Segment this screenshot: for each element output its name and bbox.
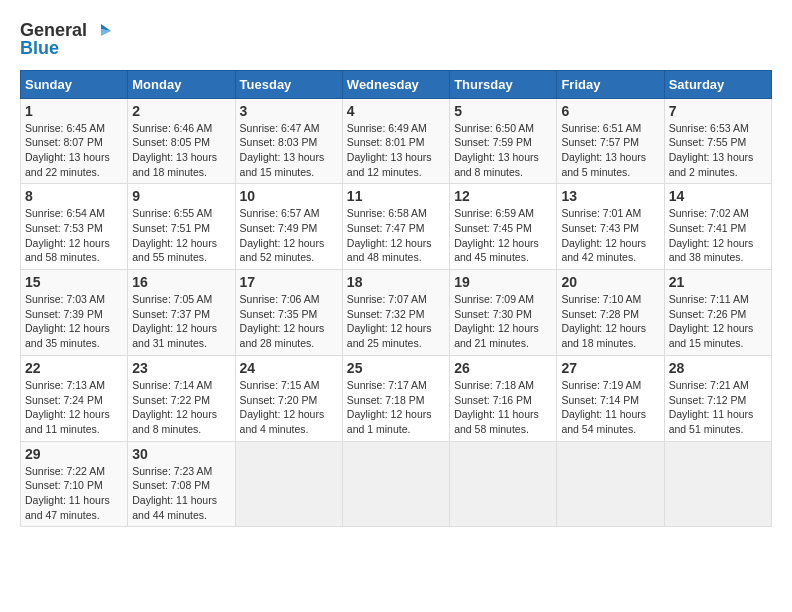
- calendar-cell: 3Sunrise: 6:47 AM Sunset: 8:03 PM Daylig…: [235, 98, 342, 184]
- day-number: 2: [132, 103, 230, 119]
- day-number: 9: [132, 188, 230, 204]
- day-header-saturday: Saturday: [664, 70, 771, 98]
- calendar-week-1: 1Sunrise: 6:45 AM Sunset: 8:07 PM Daylig…: [21, 98, 772, 184]
- day-info: Sunrise: 6:59 AM Sunset: 7:45 PM Dayligh…: [454, 206, 552, 265]
- day-number: 16: [132, 274, 230, 290]
- day-info: Sunrise: 6:50 AM Sunset: 7:59 PM Dayligh…: [454, 121, 552, 180]
- day-info: Sunrise: 7:18 AM Sunset: 7:16 PM Dayligh…: [454, 378, 552, 437]
- calendar-cell: 25Sunrise: 7:17 AM Sunset: 7:18 PM Dayli…: [342, 355, 449, 441]
- day-info: Sunrise: 7:14 AM Sunset: 7:22 PM Dayligh…: [132, 378, 230, 437]
- calendar-cell: 17Sunrise: 7:06 AM Sunset: 7:35 PM Dayli…: [235, 270, 342, 356]
- day-info: Sunrise: 6:49 AM Sunset: 8:01 PM Dayligh…: [347, 121, 445, 180]
- day-number: 12: [454, 188, 552, 204]
- calendar-cell: 8Sunrise: 6:54 AM Sunset: 7:53 PM Daylig…: [21, 184, 128, 270]
- calendar-cell: 30Sunrise: 7:23 AM Sunset: 7:08 PM Dayli…: [128, 441, 235, 527]
- calendar-cell: 27Sunrise: 7:19 AM Sunset: 7:14 PM Dayli…: [557, 355, 664, 441]
- day-number: 13: [561, 188, 659, 204]
- day-info: Sunrise: 7:02 AM Sunset: 7:41 PM Dayligh…: [669, 206, 767, 265]
- calendar-cell: 22Sunrise: 7:13 AM Sunset: 7:24 PM Dayli…: [21, 355, 128, 441]
- calendar-cell: [557, 441, 664, 527]
- calendar-cell: 10Sunrise: 6:57 AM Sunset: 7:49 PM Dayli…: [235, 184, 342, 270]
- day-header-monday: Monday: [128, 70, 235, 98]
- calendar-cell: 26Sunrise: 7:18 AM Sunset: 7:16 PM Dayli…: [450, 355, 557, 441]
- calendar-cell: [450, 441, 557, 527]
- day-info: Sunrise: 7:05 AM Sunset: 7:37 PM Dayligh…: [132, 292, 230, 351]
- day-info: Sunrise: 7:19 AM Sunset: 7:14 PM Dayligh…: [561, 378, 659, 437]
- day-number: 18: [347, 274, 445, 290]
- day-number: 24: [240, 360, 338, 376]
- day-number: 5: [454, 103, 552, 119]
- calendar-cell: 16Sunrise: 7:05 AM Sunset: 7:37 PM Dayli…: [128, 270, 235, 356]
- calendar-cell: 21Sunrise: 7:11 AM Sunset: 7:26 PM Dayli…: [664, 270, 771, 356]
- logo-bird-icon: [89, 20, 111, 42]
- day-number: 27: [561, 360, 659, 376]
- day-info: Sunrise: 6:53 AM Sunset: 7:55 PM Dayligh…: [669, 121, 767, 180]
- day-info: Sunrise: 6:58 AM Sunset: 7:47 PM Dayligh…: [347, 206, 445, 265]
- calendar-cell: 29Sunrise: 7:22 AM Sunset: 7:10 PM Dayli…: [21, 441, 128, 527]
- day-info: Sunrise: 7:06 AM Sunset: 7:35 PM Dayligh…: [240, 292, 338, 351]
- calendar-cell: 7Sunrise: 6:53 AM Sunset: 7:55 PM Daylig…: [664, 98, 771, 184]
- calendar-week-5: 29Sunrise: 7:22 AM Sunset: 7:10 PM Dayli…: [21, 441, 772, 527]
- day-header-sunday: Sunday: [21, 70, 128, 98]
- calendar-cell: 19Sunrise: 7:09 AM Sunset: 7:30 PM Dayli…: [450, 270, 557, 356]
- day-number: 10: [240, 188, 338, 204]
- day-info: Sunrise: 6:47 AM Sunset: 8:03 PM Dayligh…: [240, 121, 338, 180]
- page-header: General Blue: [20, 20, 772, 60]
- day-info: Sunrise: 7:10 AM Sunset: 7:28 PM Dayligh…: [561, 292, 659, 351]
- day-header-wednesday: Wednesday: [342, 70, 449, 98]
- calendar-cell: 11Sunrise: 6:58 AM Sunset: 7:47 PM Dayli…: [342, 184, 449, 270]
- day-header-thursday: Thursday: [450, 70, 557, 98]
- day-number: 6: [561, 103, 659, 119]
- calendar-cell: 9Sunrise: 6:55 AM Sunset: 7:51 PM Daylig…: [128, 184, 235, 270]
- day-number: 19: [454, 274, 552, 290]
- calendar-cell: [342, 441, 449, 527]
- day-number: 15: [25, 274, 123, 290]
- day-number: 28: [669, 360, 767, 376]
- day-info: Sunrise: 7:01 AM Sunset: 7:43 PM Dayligh…: [561, 206, 659, 265]
- day-header-friday: Friday: [557, 70, 664, 98]
- calendar-cell: 20Sunrise: 7:10 AM Sunset: 7:28 PM Dayli…: [557, 270, 664, 356]
- day-number: 1: [25, 103, 123, 119]
- day-info: Sunrise: 7:09 AM Sunset: 7:30 PM Dayligh…: [454, 292, 552, 351]
- calendar-cell: 13Sunrise: 7:01 AM Sunset: 7:43 PM Dayli…: [557, 184, 664, 270]
- day-info: Sunrise: 7:07 AM Sunset: 7:32 PM Dayligh…: [347, 292, 445, 351]
- day-info: Sunrise: 6:55 AM Sunset: 7:51 PM Dayligh…: [132, 206, 230, 265]
- day-number: 17: [240, 274, 338, 290]
- calendar-header-row: SundayMondayTuesdayWednesdayThursdayFrid…: [21, 70, 772, 98]
- calendar-week-2: 8Sunrise: 6:54 AM Sunset: 7:53 PM Daylig…: [21, 184, 772, 270]
- calendar-cell: 28Sunrise: 7:21 AM Sunset: 7:12 PM Dayli…: [664, 355, 771, 441]
- day-number: 14: [669, 188, 767, 204]
- calendar-cell: 2Sunrise: 6:46 AM Sunset: 8:05 PM Daylig…: [128, 98, 235, 184]
- calendar-cell: 15Sunrise: 7:03 AM Sunset: 7:39 PM Dayli…: [21, 270, 128, 356]
- day-number: 8: [25, 188, 123, 204]
- calendar-cell: 14Sunrise: 7:02 AM Sunset: 7:41 PM Dayli…: [664, 184, 771, 270]
- calendar-cell: 24Sunrise: 7:15 AM Sunset: 7:20 PM Dayli…: [235, 355, 342, 441]
- day-number: 30: [132, 446, 230, 462]
- day-number: 22: [25, 360, 123, 376]
- day-number: 26: [454, 360, 552, 376]
- day-info: Sunrise: 7:17 AM Sunset: 7:18 PM Dayligh…: [347, 378, 445, 437]
- calendar-cell: 6Sunrise: 6:51 AM Sunset: 7:57 PM Daylig…: [557, 98, 664, 184]
- calendar-week-3: 15Sunrise: 7:03 AM Sunset: 7:39 PM Dayli…: [21, 270, 772, 356]
- calendar-cell: 5Sunrise: 6:50 AM Sunset: 7:59 PM Daylig…: [450, 98, 557, 184]
- day-number: 25: [347, 360, 445, 376]
- day-number: 11: [347, 188, 445, 204]
- day-header-tuesday: Tuesday: [235, 70, 342, 98]
- day-number: 3: [240, 103, 338, 119]
- calendar-cell: 4Sunrise: 6:49 AM Sunset: 8:01 PM Daylig…: [342, 98, 449, 184]
- day-info: Sunrise: 7:21 AM Sunset: 7:12 PM Dayligh…: [669, 378, 767, 437]
- day-info: Sunrise: 6:51 AM Sunset: 7:57 PM Dayligh…: [561, 121, 659, 180]
- logo: General Blue: [20, 20, 111, 60]
- day-info: Sunrise: 6:45 AM Sunset: 8:07 PM Dayligh…: [25, 121, 123, 180]
- day-info: Sunrise: 7:22 AM Sunset: 7:10 PM Dayligh…: [25, 464, 123, 523]
- calendar-week-4: 22Sunrise: 7:13 AM Sunset: 7:24 PM Dayli…: [21, 355, 772, 441]
- calendar-cell: 18Sunrise: 7:07 AM Sunset: 7:32 PM Dayli…: [342, 270, 449, 356]
- day-number: 20: [561, 274, 659, 290]
- day-number: 23: [132, 360, 230, 376]
- calendar-cell: 23Sunrise: 7:14 AM Sunset: 7:22 PM Dayli…: [128, 355, 235, 441]
- day-number: 7: [669, 103, 767, 119]
- day-info: Sunrise: 7:11 AM Sunset: 7:26 PM Dayligh…: [669, 292, 767, 351]
- day-info: Sunrise: 6:46 AM Sunset: 8:05 PM Dayligh…: [132, 121, 230, 180]
- day-number: 21: [669, 274, 767, 290]
- day-info: Sunrise: 6:54 AM Sunset: 7:53 PM Dayligh…: [25, 206, 123, 265]
